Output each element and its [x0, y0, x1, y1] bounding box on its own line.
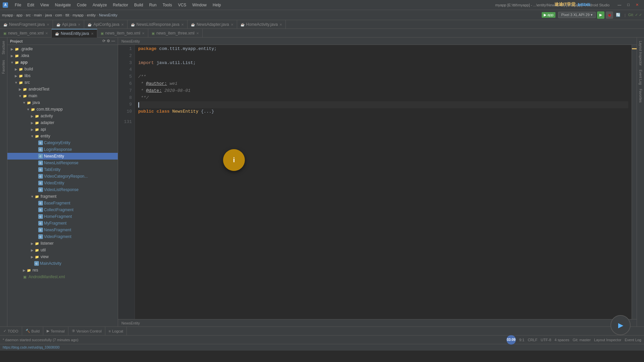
tree-item-idea[interactable]: ▶ 📁 .idea	[7, 52, 118, 59]
maximize-button[interactable]: □	[625, 2, 632, 8]
favorites-panel[interactable]: Favorites	[1, 58, 6, 76]
tab-newsitemtwo[interactable]: ▣ news_item_two.xml ✕	[97, 29, 149, 38]
layout-inspector-strip[interactable]: Layout Inspector	[638, 39, 643, 68]
expand-arrow[interactable]: ▶	[30, 121, 34, 125]
menu-analyze[interactable]: Analyze	[90, 2, 110, 8]
tree-item-loginresponse[interactable]: C LoginResponse	[7, 146, 118, 153]
tree-item-videofragment[interactable]: C VideoFragment	[7, 233, 118, 240]
tab-logcat[interactable]: ≡ Logcat	[105, 327, 127, 335]
gear-icon[interactable]: ⚙	[107, 39, 110, 43]
tree-item-videocategoryresponse[interactable]: C VideoCategoryRespon...	[7, 173, 118, 180]
crlf-indicator[interactable]: CRLF	[528, 338, 537, 342]
tab-terminal[interactable]: ▶ Terminal	[43, 327, 68, 335]
menu-view[interactable]: View	[38, 2, 52, 8]
menu-code[interactable]: Code	[74, 2, 89, 8]
tab-newsfragment[interactable]: ☕ NewsFragment.java ✕	[0, 20, 53, 29]
bc-entity[interactable]: entity	[87, 13, 96, 17]
tab-close[interactable]: ✕	[279, 23, 282, 26]
menu-navigate[interactable]: Navigate	[52, 2, 73, 8]
tab-close[interactable]: ✕	[78, 23, 80, 26]
expand-arrow[interactable]: ▶	[10, 47, 14, 51]
tab-newsentity[interactable]: ☕ NewsEntity.java ✕	[52, 29, 97, 38]
encoding-indicator[interactable]: UTF-8	[541, 338, 551, 342]
tab-versioncontrol[interactable]: ⑨ Version Control	[68, 327, 105, 335]
expand-arrow[interactable]: ▼	[30, 134, 34, 138]
layout-inspector-btn[interactable]: Layout Inspector	[594, 338, 621, 342]
sync-button[interactable]: 🔄	[614, 11, 622, 19]
event-log-strip[interactable]: Event Log	[638, 68, 643, 87]
git-indicator[interactable]: Git: master	[573, 338, 591, 342]
expand-arrow[interactable]: ▼	[10, 61, 14, 64]
bilibili-button[interactable]: ▶	[610, 315, 631, 335]
tree-item-entity-folder[interactable]: ▼ 📁 entity	[7, 133, 118, 139]
expand-arrow[interactable]: ▶	[18, 87, 22, 91]
bc-main[interactable]: main	[34, 13, 42, 17]
bc-myapp2[interactable]: myapp	[72, 13, 84, 17]
tree-item-videoentity[interactable]: C VideoEntity	[7, 180, 118, 186]
menu-tools[interactable]: Tools	[160, 2, 175, 8]
tab-close[interactable]: ✕	[231, 23, 233, 26]
favorites-strip[interactable]: Favorites	[638, 87, 643, 105]
tree-item-main[interactable]: ▼ 📁 main	[7, 93, 118, 99]
tab-apiconfig[interactable]: ☕ ApiConfig.java ✕	[84, 20, 127, 29]
expand-arrow[interactable]: ▼	[30, 195, 34, 198]
menu-window[interactable]: Window	[190, 2, 209, 8]
tree-item-package[interactable]: ▼ 📁 com.ttit.myapp	[7, 106, 118, 113]
tab-homeactivity[interactable]: ☕ HomeActivity.java ✕	[237, 20, 286, 29]
device-selector[interactable]: Pixel 3 XL API 29 ▾	[558, 12, 596, 18]
menu-build[interactable]: Build	[131, 2, 146, 8]
menu-file[interactable]: File	[12, 2, 24, 8]
expand-arrow[interactable]: ▶	[14, 67, 18, 71]
tab-newslistresponse[interactable]: ☕ NewsListResponse.java ✕	[127, 20, 187, 29]
tab-close[interactable]: ✕	[91, 32, 94, 36]
menu-refactor[interactable]: Refactor	[110, 2, 131, 8]
menu-run[interactable]: Run	[147, 2, 159, 8]
structure-panel[interactable]: Structure	[1, 39, 6, 57]
tab-newsitemthree[interactable]: ▣ news_item_three.xml ✕	[148, 29, 202, 38]
tab-newsitemone[interactable]: ▣ news_item_one.xml ✕	[0, 29, 52, 38]
tree-item-app[interactable]: ▼ 📁 app	[7, 59, 118, 66]
tree-item-collectfragment[interactable]: C CollectFragment	[7, 206, 118, 213]
bc-com[interactable]: com	[55, 13, 62, 17]
editor-content[interactable]: 1 2 3 4 5 6 7 8 9 10 131 package com.t	[118, 45, 637, 319]
right-scrollbar-strip[interactable]	[632, 45, 637, 319]
tree-item-api[interactable]: ▶ 📁 api	[7, 126, 118, 133]
bc-src[interactable]: src	[26, 13, 31, 17]
menu-help[interactable]: Help	[210, 2, 224, 8]
tree-item-view[interactable]: ▶ 📁 view	[7, 253, 118, 260]
minimize-sidebar-icon[interactable]: —	[111, 39, 115, 43]
expand-arrow[interactable]: ▶	[30, 248, 34, 252]
tree-item-categoryentity[interactable]: C CategoryEntity	[7, 139, 118, 146]
tree-item-videolistresponse[interactable]: C VideoListResponse	[7, 186, 118, 193]
tree-item-listener[interactable]: ▶ 📁 listener	[7, 240, 118, 247]
tree-item-libs[interactable]: ▶ 📁 libs	[7, 72, 118, 79]
tree-item-newsentity[interactable]: C NewsEntity	[7, 153, 118, 160]
tree-item-fragment-folder[interactable]: ▼ 📁 fragment	[7, 193, 118, 200]
tree-item-tabentity[interactable]: C TabEntity	[7, 166, 118, 173]
expand-arrow[interactable]: ▶	[30, 114, 34, 118]
tree-item-androidmanifest[interactable]: ▣ AndroidManifest.xml	[7, 274, 118, 280]
expand-arrow[interactable]: ▼	[26, 108, 30, 111]
tree-item-homefragment[interactable]: C HomeFragment	[7, 213, 118, 220]
tree-item-activity[interactable]: ▶ 📁 activity	[7, 113, 118, 119]
run-config-selector[interactable]: ▶ app	[542, 12, 555, 18]
tab-api[interactable]: ☕ Api.java ✕	[53, 20, 85, 29]
tree-item-adapter[interactable]: ▶ 📁 adapter	[7, 119, 118, 126]
expand-arrow[interactable]: ▶	[10, 54, 14, 58]
menu-edit[interactable]: Edit	[24, 2, 37, 8]
tree-item-newslistresponse[interactable]: C NewsListResponse	[7, 160, 118, 166]
expand-arrow[interactable]: ▶	[22, 268, 26, 272]
tab-todo[interactable]: ✓ TODO	[0, 327, 22, 335]
tab-close[interactable]: ✕	[47, 23, 49, 26]
tab-close[interactable]: ✕	[45, 32, 48, 35]
expand-arrow[interactable]: ▶	[30, 128, 34, 131]
tab-newsadapter[interactable]: ☕ NewsAdapter.java ✕	[187, 20, 237, 29]
expand-arrow[interactable]: ▼	[22, 101, 26, 105]
run-button[interactable]: ▶	[597, 11, 604, 19]
bc-myapp[interactable]: myapp	[2, 13, 13, 17]
tab-close[interactable]: ✕	[181, 23, 184, 26]
tab-build[interactable]: 🔨 Build	[22, 327, 43, 335]
code-editor[interactable]: package com.ttit.myapp.entity; import ja…	[135, 45, 632, 319]
tree-item-gradle[interactable]: ▶ 📁 .gradle	[7, 46, 118, 52]
breadcrumb-newsentity[interactable]: NewsEntity	[121, 39, 140, 43]
